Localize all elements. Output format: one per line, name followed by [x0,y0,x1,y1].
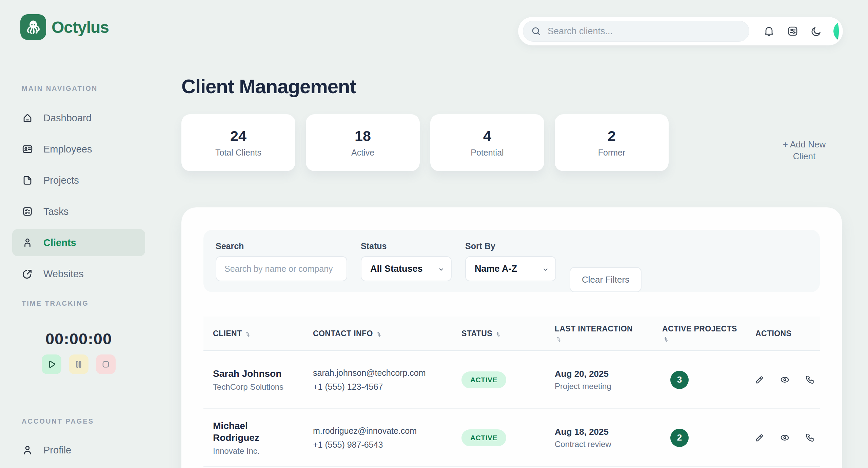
table-header-row: CLIENT CONTACT INFO STATUS LAST INTERACT… [203,317,820,351]
id-card-icon [22,143,33,155]
home-icon [22,112,33,124]
view-icon[interactable] [780,432,790,443]
active-projects-cell: 3 [653,371,746,389]
bell-icon[interactable] [761,23,777,39]
timer-pause-button[interactable] [69,354,88,374]
sidebar-item-profile[interactable]: Profile [12,436,145,464]
sort-icon [663,336,744,343]
sidebar-item-employees[interactable]: Employees [12,136,145,163]
link-arrow-icon [22,268,33,280]
user-icon [22,444,33,456]
filter-bar: Search Status All Statuses Sort By [203,230,820,292]
view-icon[interactable] [780,374,790,385]
actions-cell [746,374,820,385]
contact-cell: m.rodriguez@innovate.com +1 (555) 987-65… [303,426,452,450]
sidebar-item-projects[interactable]: Projects [12,167,145,194]
stat-label: Former [598,148,626,158]
active-projects-count: 2 [670,429,689,447]
global-search [523,21,749,42]
clients-panel: Search Status All Statuses Sort By [181,207,842,468]
filter-status-label: Status [361,241,452,251]
filter-sort-label: Sort By [465,241,556,251]
sidebar-item-tasks[interactable]: Tasks [12,198,145,225]
filter-search-group: Search [216,241,347,292]
last-interaction-date: Aug 20, 2025 [555,369,653,379]
main-navigation: Dashboard Employees Projects Tasks Clien… [12,104,145,287]
call-icon[interactable] [805,432,815,443]
sidebar-item-label: Profile [43,445,71,456]
sidebar-item-websites[interactable]: Websites [12,260,145,287]
table-row: Sarah Johnson TechCorp Solutions sarah.j… [203,351,820,409]
stat-value: 4 [483,128,491,144]
clear-filters-button[interactable]: Clear Filters [570,267,642,292]
sidebar-item-label: Projects [43,175,79,186]
client-name: Sarah Johnson [213,368,303,380]
preferences-icon[interactable] [785,23,801,39]
filter-status-select[interactable]: All Statuses [361,256,452,281]
stat-label: Active [351,148,374,158]
section-time-tracking: TIME TRACKING [22,300,89,307]
client-company: Innovate Inc. [213,446,303,456]
column-header-client[interactable]: CLIENT [203,329,303,339]
call-icon[interactable] [805,374,815,385]
moon-icon[interactable] [808,23,825,39]
timer-controls [12,354,145,374]
column-header-actions: ACTIONS [746,329,820,339]
stat-active: 18 Active [306,114,420,171]
sidebar-item-dashboard[interactable]: Dashboard [12,104,145,131]
client-name: Michael Rodriguez [213,420,303,444]
active-projects-cell: 2 [653,429,746,447]
section-main-navigation: MAIN NAVIGATION [22,85,98,93]
stat-value: 2 [608,128,616,144]
account-navigation: Profile [12,436,145,464]
global-search-input[interactable] [547,26,742,37]
octopus-icon [20,14,46,40]
filter-sort-select[interactable]: Name A-Z [465,256,556,281]
checklist-icon [22,206,33,217]
sidebar-item-clients[interactable]: Clients [12,229,145,256]
filter-search-input[interactable] [216,256,347,281]
edit-icon[interactable] [754,374,765,385]
avatar[interactable] [833,21,839,41]
sort-icon [376,331,382,338]
table-row: Michael Rodriguez Innovate Inc. m.rodrig… [203,409,820,467]
timer-play-button[interactable] [42,354,61,374]
column-header-status[interactable]: STATUS [452,329,545,339]
page-title: Client Management [181,75,356,98]
last-interaction-date: Aug 18, 2025 [555,427,653,437]
column-header-last-interaction[interactable]: LAST INTERACTION [545,324,653,343]
sidebar-item-label: Employees [43,144,92,155]
client-phone: +1 (555) 123-4567 [313,382,452,392]
stat-potential: 4 Potential [430,114,544,171]
stats-cards: 24 Total Clients 18 Active 4 Potential 2… [181,114,669,171]
sidebar-item-label: Dashboard [43,113,92,124]
client-phone: +1 (555) 987-6543 [313,440,452,450]
status-cell: ACTIVE [452,429,545,446]
client-email: sarah.johnson@techcorp.com [313,368,452,378]
column-header-active-projects[interactable]: ACTIVE PROJECTS [653,324,746,343]
stat-total-clients: 24 Total Clients [181,114,295,171]
stat-value: 18 [355,128,371,144]
file-icon [22,175,33,186]
topbar [518,17,843,45]
timer-stop-button[interactable] [96,354,116,374]
client-cell: Michael Rodriguez Innovate Inc. [203,420,303,456]
timer-display: 00:00:00 [12,329,145,348]
user-icon [22,237,33,248]
search-icon [531,26,541,37]
sidebar-item-label: Tasks [43,206,68,217]
client-email: m.rodriguez@innovate.com [313,426,452,436]
edit-icon[interactable] [754,432,765,443]
sort-icon [555,336,651,343]
sidebar-item-label: Clients [43,237,76,248]
actions-cell [746,432,820,443]
column-header-contact-info[interactable]: CONTACT INFO [303,329,452,339]
last-interaction-note: Project meeting [555,382,653,391]
last-interaction-note: Contract review [555,440,653,449]
last-interaction-cell: Aug 20, 2025 Project meeting [545,369,653,391]
filter-search-label: Search [216,241,347,251]
add-new-client-button[interactable]: + Add New Client [776,138,833,163]
client-company: TechCorp Solutions [213,382,303,392]
app-logo: Octylus [20,14,109,40]
active-projects-count: 3 [670,371,689,389]
